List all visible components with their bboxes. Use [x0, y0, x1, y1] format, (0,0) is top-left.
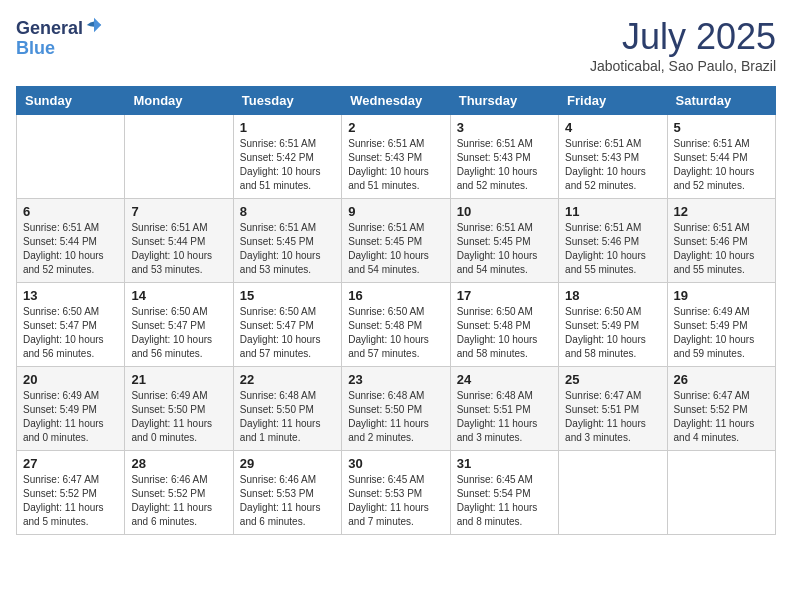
column-header-saturday: Saturday	[667, 87, 775, 115]
day-number: 24	[457, 372, 552, 387]
logo-text: General Blue	[16, 16, 103, 59]
day-number: 5	[674, 120, 769, 135]
day-number: 4	[565, 120, 660, 135]
day-number: 19	[674, 288, 769, 303]
calendar-cell: 10Sunrise: 6:51 AM Sunset: 5:45 PM Dayli…	[450, 199, 558, 283]
calendar-table: SundayMondayTuesdayWednesdayThursdayFrid…	[16, 86, 776, 535]
calendar-cell: 25Sunrise: 6:47 AM Sunset: 5:51 PM Dayli…	[559, 367, 667, 451]
day-number: 6	[23, 204, 118, 219]
day-number: 22	[240, 372, 335, 387]
day-number: 28	[131, 456, 226, 471]
day-number: 25	[565, 372, 660, 387]
logo: General Blue	[16, 16, 103, 59]
calendar-cell: 4Sunrise: 6:51 AM Sunset: 5:43 PM Daylig…	[559, 115, 667, 199]
cell-content: Sunrise: 6:51 AM Sunset: 5:46 PM Dayligh…	[674, 221, 769, 277]
calendar-cell: 17Sunrise: 6:50 AM Sunset: 5:48 PM Dayli…	[450, 283, 558, 367]
cell-content: Sunrise: 6:51 AM Sunset: 5:46 PM Dayligh…	[565, 221, 660, 277]
calendar-cell: 14Sunrise: 6:50 AM Sunset: 5:47 PM Dayli…	[125, 283, 233, 367]
day-number: 30	[348, 456, 443, 471]
calendar-week-row: 13Sunrise: 6:50 AM Sunset: 5:47 PM Dayli…	[17, 283, 776, 367]
cell-content: Sunrise: 6:49 AM Sunset: 5:49 PM Dayligh…	[23, 389, 118, 445]
column-header-friday: Friday	[559, 87, 667, 115]
cell-content: Sunrise: 6:49 AM Sunset: 5:50 PM Dayligh…	[131, 389, 226, 445]
cell-content: Sunrise: 6:50 AM Sunset: 5:47 PM Dayligh…	[23, 305, 118, 361]
calendar-cell: 11Sunrise: 6:51 AM Sunset: 5:46 PM Dayli…	[559, 199, 667, 283]
calendar-cell: 2Sunrise: 6:51 AM Sunset: 5:43 PM Daylig…	[342, 115, 450, 199]
calendar-cell	[667, 451, 775, 535]
column-header-wednesday: Wednesday	[342, 87, 450, 115]
calendar-cell: 6Sunrise: 6:51 AM Sunset: 5:44 PM Daylig…	[17, 199, 125, 283]
calendar-cell: 7Sunrise: 6:51 AM Sunset: 5:44 PM Daylig…	[125, 199, 233, 283]
logo-blue: Blue	[16, 38, 55, 58]
day-number: 10	[457, 204, 552, 219]
cell-content: Sunrise: 6:51 AM Sunset: 5:42 PM Dayligh…	[240, 137, 335, 193]
calendar-cell: 18Sunrise: 6:50 AM Sunset: 5:49 PM Dayli…	[559, 283, 667, 367]
day-number: 29	[240, 456, 335, 471]
cell-content: Sunrise: 6:50 AM Sunset: 5:48 PM Dayligh…	[457, 305, 552, 361]
cell-content: Sunrise: 6:48 AM Sunset: 5:50 PM Dayligh…	[348, 389, 443, 445]
calendar-week-row: 27Sunrise: 6:47 AM Sunset: 5:52 PM Dayli…	[17, 451, 776, 535]
day-number: 23	[348, 372, 443, 387]
cell-content: Sunrise: 6:48 AM Sunset: 5:51 PM Dayligh…	[457, 389, 552, 445]
day-number: 8	[240, 204, 335, 219]
day-number: 18	[565, 288, 660, 303]
calendar-cell: 8Sunrise: 6:51 AM Sunset: 5:45 PM Daylig…	[233, 199, 341, 283]
cell-content: Sunrise: 6:51 AM Sunset: 5:45 PM Dayligh…	[457, 221, 552, 277]
calendar-cell: 26Sunrise: 6:47 AM Sunset: 5:52 PM Dayli…	[667, 367, 775, 451]
cell-content: Sunrise: 6:51 AM Sunset: 5:45 PM Dayligh…	[348, 221, 443, 277]
day-number: 9	[348, 204, 443, 219]
cell-content: Sunrise: 6:47 AM Sunset: 5:51 PM Dayligh…	[565, 389, 660, 445]
day-number: 20	[23, 372, 118, 387]
month-title: July 2025	[590, 16, 776, 58]
day-number: 3	[457, 120, 552, 135]
day-number: 1	[240, 120, 335, 135]
day-number: 16	[348, 288, 443, 303]
day-number: 12	[674, 204, 769, 219]
calendar-cell: 9Sunrise: 6:51 AM Sunset: 5:45 PM Daylig…	[342, 199, 450, 283]
day-number: 14	[131, 288, 226, 303]
cell-content: Sunrise: 6:51 AM Sunset: 5:43 PM Dayligh…	[348, 137, 443, 193]
calendar-cell: 23Sunrise: 6:48 AM Sunset: 5:50 PM Dayli…	[342, 367, 450, 451]
cell-content: Sunrise: 6:50 AM Sunset: 5:47 PM Dayligh…	[131, 305, 226, 361]
day-number: 31	[457, 456, 552, 471]
column-header-sunday: Sunday	[17, 87, 125, 115]
calendar-cell: 21Sunrise: 6:49 AM Sunset: 5:50 PM Dayli…	[125, 367, 233, 451]
day-number: 7	[131, 204, 226, 219]
column-header-thursday: Thursday	[450, 87, 558, 115]
day-number: 17	[457, 288, 552, 303]
day-number: 26	[674, 372, 769, 387]
cell-content: Sunrise: 6:47 AM Sunset: 5:52 PM Dayligh…	[674, 389, 769, 445]
column-header-monday: Monday	[125, 87, 233, 115]
column-header-tuesday: Tuesday	[233, 87, 341, 115]
day-number: 11	[565, 204, 660, 219]
cell-content: Sunrise: 6:46 AM Sunset: 5:53 PM Dayligh…	[240, 473, 335, 529]
page-header: General Blue July 2025 Jaboticabal, Sao …	[16, 16, 776, 74]
calendar-cell: 19Sunrise: 6:49 AM Sunset: 5:49 PM Dayli…	[667, 283, 775, 367]
calendar-cell: 13Sunrise: 6:50 AM Sunset: 5:47 PM Dayli…	[17, 283, 125, 367]
title-block: July 2025 Jaboticabal, Sao Paulo, Brazil	[590, 16, 776, 74]
cell-content: Sunrise: 6:51 AM Sunset: 5:44 PM Dayligh…	[131, 221, 226, 277]
calendar-cell: 16Sunrise: 6:50 AM Sunset: 5:48 PM Dayli…	[342, 283, 450, 367]
calendar-cell: 5Sunrise: 6:51 AM Sunset: 5:44 PM Daylig…	[667, 115, 775, 199]
calendar-cell: 1Sunrise: 6:51 AM Sunset: 5:42 PM Daylig…	[233, 115, 341, 199]
cell-content: Sunrise: 6:48 AM Sunset: 5:50 PM Dayligh…	[240, 389, 335, 445]
calendar-cell	[125, 115, 233, 199]
cell-content: Sunrise: 6:47 AM Sunset: 5:52 PM Dayligh…	[23, 473, 118, 529]
calendar-cell	[17, 115, 125, 199]
logo-icon	[85, 16, 103, 34]
cell-content: Sunrise: 6:50 AM Sunset: 5:48 PM Dayligh…	[348, 305, 443, 361]
calendar-cell: 30Sunrise: 6:45 AM Sunset: 5:53 PM Dayli…	[342, 451, 450, 535]
day-number: 21	[131, 372, 226, 387]
cell-content: Sunrise: 6:45 AM Sunset: 5:53 PM Dayligh…	[348, 473, 443, 529]
cell-content: Sunrise: 6:50 AM Sunset: 5:49 PM Dayligh…	[565, 305, 660, 361]
calendar-cell: 27Sunrise: 6:47 AM Sunset: 5:52 PM Dayli…	[17, 451, 125, 535]
calendar-cell: 12Sunrise: 6:51 AM Sunset: 5:46 PM Dayli…	[667, 199, 775, 283]
day-number: 13	[23, 288, 118, 303]
calendar-cell: 22Sunrise: 6:48 AM Sunset: 5:50 PM Dayli…	[233, 367, 341, 451]
day-number: 15	[240, 288, 335, 303]
cell-content: Sunrise: 6:49 AM Sunset: 5:49 PM Dayligh…	[674, 305, 769, 361]
cell-content: Sunrise: 6:51 AM Sunset: 5:43 PM Dayligh…	[457, 137, 552, 193]
calendar-cell: 20Sunrise: 6:49 AM Sunset: 5:49 PM Dayli…	[17, 367, 125, 451]
calendar-header-row: SundayMondayTuesdayWednesdayThursdayFrid…	[17, 87, 776, 115]
calendar-cell: 3Sunrise: 6:51 AM Sunset: 5:43 PM Daylig…	[450, 115, 558, 199]
